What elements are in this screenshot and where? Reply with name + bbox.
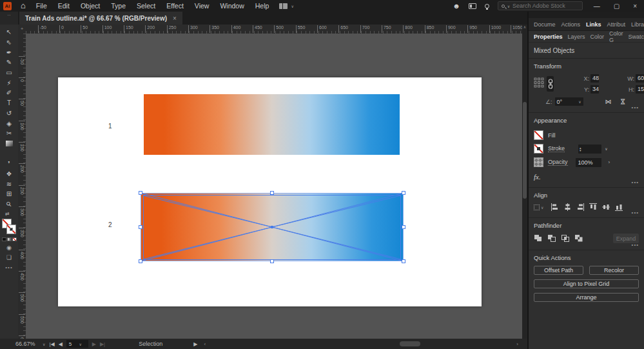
minimize-button[interactable]: — — [591, 3, 603, 10]
artboard-tool[interactable]: ⊞ — [1, 189, 17, 199]
type-tool[interactable]: T — [1, 98, 17, 108]
menu-item[interactable]: Effect — [166, 2, 184, 10]
color-mode-icon[interactable] — [2, 237, 6, 241]
gradient-tool[interactable] — [1, 148, 17, 159]
rotation-select[interactable]: 0° ∨ — [555, 97, 583, 106]
height-input[interactable]: 156.0269 px — [636, 85, 644, 94]
tab-libraries[interactable]: Libraries — [631, 21, 644, 28]
last-artboard-icon[interactable]: ▶| — [100, 341, 105, 347]
fill-stroke-indicator[interactable] — [1, 218, 17, 235]
tab-document-info[interactable]: Docume — [534, 21, 556, 28]
rectangle-tool[interactable]: ▭ — [1, 68, 17, 78]
eyedropper-tool[interactable]: ❜ — [1, 159, 17, 169]
tab-close-icon[interactable]: × — [173, 15, 177, 22]
recolor-button[interactable]: Recolor — [589, 266, 639, 275]
restore-button[interactable]: ▢ — [611, 3, 622, 10]
width-input[interactable]: 600.1457 px — [636, 74, 644, 83]
curvature-tool[interactable]: ✎ — [1, 57, 17, 68]
align-center-horizontal-button[interactable] — [563, 203, 572, 211]
arrange-documents-icon[interactable] — [469, 3, 476, 9]
paintbrush-tool[interactable]: ✐ — [1, 88, 17, 98]
menu-item[interactable]: File — [36, 2, 47, 10]
rotate-tool[interactable]: ↺ — [1, 108, 17, 119]
more-options-icon[interactable]: ••• — [632, 105, 639, 110]
flip-horizontal-icon[interactable]: ⋈ — [605, 98, 612, 105]
center-anchor-point[interactable] — [271, 226, 273, 228]
more-options-icon[interactable]: ••• — [632, 242, 639, 248]
scroll-right-icon[interactable]: › — [516, 341, 518, 347]
close-button[interactable]: × — [630, 3, 639, 10]
horizontal-scrollbar[interactable] — [210, 341, 512, 347]
tab-links[interactable]: Links — [586, 21, 601, 28]
fill-color-swatch[interactable] — [534, 130, 543, 140]
artboard[interactable]: 1 2 — [58, 77, 482, 306]
vertical-ruler[interactable]: -50050100150200250300350400450500550600 — [18, 34, 26, 339]
search-input[interactable] — [512, 3, 571, 9]
menu-item[interactable]: View — [195, 2, 210, 10]
align-top-button[interactable] — [589, 203, 598, 211]
share-account-icon[interactable]: ☻ — [453, 2, 460, 10]
pathfinder-intersect-button[interactable] — [561, 234, 570, 243]
artboard-number-field[interactable]: 5 ∨ — [66, 340, 88, 348]
zoom-level[interactable]: 66.67% — [15, 341, 41, 347]
horizontal-ruler[interactable]: -500501001502002503003504004505005506006… — [26, 25, 522, 34]
opacity-input[interactable]: 100% — [576, 158, 601, 167]
scroll-up-icon[interactable]: ∧ — [522, 25, 527, 29]
scroll-left-icon[interactable]: ‹ — [204, 341, 206, 347]
edit-toolbar-icon[interactable]: ••• — [5, 264, 12, 270]
align-right-button[interactable] — [576, 203, 585, 211]
status-flyout-icon[interactable]: ▶ — [193, 341, 197, 347]
document-tab[interactable]: Train Ads outline.ai* @ 66.67 % (RGB/Pre… — [19, 12, 182, 25]
opacity-arrow-icon[interactable]: › — [609, 159, 610, 165]
tab-properties[interactable]: Properties — [534, 34, 563, 40]
pasteboard[interactable]: 1 2 — [26, 34, 522, 339]
chevron-down-icon[interactable]: ∨ — [43, 342, 45, 346]
discover-lightbulb-icon[interactable] — [485, 4, 489, 8]
pen-tool[interactable]: ✒ — [1, 47, 17, 57]
effects-fx-button[interactable]: fx. — [534, 173, 639, 181]
drawing-modes-icon[interactable]: ◉ — [6, 244, 12, 251]
stroke-color-swatch[interactable] — [534, 144, 543, 154]
blend-tool[interactable]: ❖ — [1, 169, 17, 179]
direct-selection-tool[interactable]: ⇖ — [1, 37, 17, 48]
stock-search[interactable]: ∨ — [498, 1, 583, 10]
eraser-tool[interactable]: ◈ — [1, 118, 17, 128]
next-artboard-icon[interactable]: ▶ — [92, 341, 96, 347]
pathfinder-minus-front-button[interactable] — [547, 234, 556, 243]
prev-artboard-icon[interactable]: ◀ — [59, 341, 63, 347]
reference-point-icon[interactable] — [534, 77, 545, 90]
x-input[interactable]: 488.9054 px — [590, 74, 599, 83]
offset-path-button[interactable]: Offset Path — [534, 266, 583, 275]
stroke-label[interactable]: Stroke — [548, 145, 565, 152]
pathfinder-exclude-button[interactable] — [574, 234, 583, 243]
scissors-tool[interactable]: ✂ — [1, 128, 17, 139]
selection-tool[interactable]: ↖ — [1, 27, 17, 37]
home-icon[interactable]: ⌂ — [21, 0, 26, 12]
opacity-label[interactable]: Opacity — [548, 159, 568, 166]
stepper-down-icon[interactable]: ▾ — [580, 149, 581, 152]
symbol-sprayer-tool[interactable]: ≋ — [1, 179, 17, 189]
constrain-proportions-icon[interactable] — [547, 76, 554, 92]
tab-color-guide[interactable]: Color G — [609, 30, 623, 43]
pathfinder-unite-button[interactable] — [534, 234, 543, 243]
ruler-origin-corner[interactable]: + — [18, 25, 26, 34]
arrange-button[interactable]: Arrange — [534, 293, 639, 302]
flip-vertical-icon[interactable]: ⋈ — [619, 99, 626, 105]
toolbar-grip[interactable]: ‥ — [0, 12, 18, 25]
zoom-tool[interactable]: ⚲ — [1, 199, 17, 210]
screen-mode-icon[interactable]: ❏ — [6, 254, 12, 261]
align-to-selector[interactable]: ∨ — [534, 204, 543, 210]
tab-swatches[interactable]: Swatche — [629, 34, 644, 40]
align-left-button[interactable] — [551, 203, 559, 211]
vertical-scroll-thumb[interactable] — [523, 102, 527, 199]
menu-item[interactable]: Type — [111, 2, 126, 10]
menu-item[interactable]: Help — [255, 2, 269, 10]
gradient-mode-icon[interactable] — [7, 237, 12, 241]
workspace-switcher[interactable]: ∨ — [279, 3, 297, 9]
swap-fill-stroke-icon[interactable]: ⇄ — [5, 211, 10, 217]
tab-attributes[interactable]: Attribut — [607, 21, 626, 28]
tab-actions[interactable]: Actions — [561, 21, 581, 28]
align-to-pixel-grid-button[interactable]: Align to Pixel Grid — [534, 279, 639, 288]
shape-builder-tool[interactable]: ❏ — [1, 139, 17, 149]
menu-item[interactable]: Window — [220, 2, 244, 10]
